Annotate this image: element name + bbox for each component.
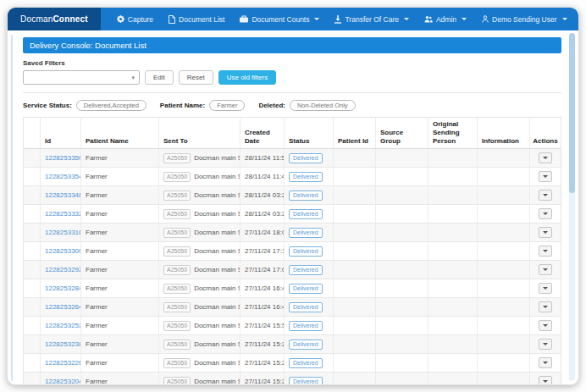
- edit-button[interactable]: Edit: [145, 70, 174, 85]
- patient-name-cell: Farmer: [81, 298, 159, 316]
- chevron-down-icon: [543, 362, 548, 364]
- header-expander: [24, 118, 41, 148]
- information-cell: [478, 261, 530, 279]
- nav-label: Transfer Of Care: [345, 15, 398, 24]
- patient-id-cell: [334, 205, 376, 223]
- practice-code-badge: A25050: [163, 358, 191, 368]
- nav-item-admin[interactable]: Admin: [417, 8, 474, 30]
- original-sending-person-cell: [428, 354, 478, 372]
- top-navbar: DocmanConnect Capture Document List Docu…: [8, 8, 578, 30]
- download-icon: [334, 15, 341, 24]
- document-id-link[interactable]: 1228253354: [45, 173, 81, 180]
- patient-name-cell: Farmer: [81, 224, 159, 241]
- row-expander-cell: [24, 335, 41, 353]
- document-id-link[interactable]: 1228253332: [45, 210, 81, 218]
- row-actions-dropdown-button[interactable]: [539, 301, 552, 312]
- nav-item-capture[interactable]: Capture: [109, 8, 161, 30]
- row-actions-dropdown-button[interactable]: [539, 190, 552, 201]
- saved-filters-select[interactable]: ▾: [23, 70, 140, 85]
- chevron-down-icon: [543, 306, 548, 308]
- original-sending-person-cell: [428, 335, 478, 353]
- row-actions-dropdown-button[interactable]: [539, 208, 552, 219]
- nav-item-user-menu[interactable]: Demo Sending User: [474, 8, 575, 30]
- patient-id-cell: [334, 317, 376, 334]
- nav-label: Document List: [179, 15, 224, 24]
- created-date-cell: 27/11/24 15:53: [240, 317, 285, 334]
- brand-bold: Connect: [53, 14, 87, 24]
- document-id-link[interactable]: 1228253204: [45, 378, 81, 385]
- sent-to-cell: A25050 Docman main Site: [159, 335, 240, 353]
- created-date-cell: 27/11/24 17:05: [240, 261, 285, 279]
- use-old-filters-button[interactable]: Use old filters: [218, 70, 276, 85]
- chevron-down-icon: [562, 18, 567, 20]
- nav-label: Capture: [128, 15, 153, 24]
- sent-to-site-label: Docman main Site: [194, 303, 240, 311]
- reset-button[interactable]: Reset: [179, 70, 213, 85]
- patient-id-cell: [334, 224, 376, 241]
- nav-item-document-list[interactable]: Document List: [161, 8, 232, 30]
- source-group-cell: [376, 224, 428, 241]
- sent-to-site-label: Docman main Site: [194, 359, 240, 367]
- status-cell: Delivered: [285, 261, 334, 279]
- patient-name-cell: Farmer: [81, 261, 159, 279]
- row-actions-dropdown-button[interactable]: [539, 357, 552, 368]
- created-date-cell: 27/11/24 18:02: [240, 224, 285, 241]
- table-row: 1228253350 Farmer A25050 Docman main Sit…: [24, 149, 561, 168]
- document-id-link[interactable]: 1228253292: [45, 266, 81, 273]
- original-sending-person-cell: [428, 186, 478, 204]
- row-actions-dropdown-button[interactable]: [539, 376, 552, 385]
- source-group-cell: [376, 279, 428, 297]
- created-date-cell: 27/11/24 15:23: [240, 373, 285, 385]
- information-cell: [478, 242, 530, 260]
- header-id: Id: [41, 118, 81, 148]
- row-actions-dropdown-button[interactable]: [539, 320, 552, 331]
- document-id-link[interactable]: 1228253264: [45, 303, 81, 311]
- sent-to-cell: A25050 Docman main Site: [159, 354, 240, 372]
- original-sending-person-cell: [428, 242, 478, 260]
- filter-label: Deleted:: [258, 102, 285, 109]
- status-badge: Delivered: [289, 190, 323, 201]
- brand-logo[interactable]: DocmanConnect: [8, 8, 101, 30]
- source-group-cell: [376, 149, 428, 167]
- chevron-down-icon: [404, 18, 409, 20]
- saved-filters-panel: Saved Filters ▾ Edit Reset Use old filte…: [23, 59, 561, 93]
- gear-icon: [117, 15, 124, 23]
- source-group-cell: [376, 261, 428, 279]
- nav-item-document-counts[interactable]: Document Counts: [232, 8, 327, 30]
- document-id-link[interactable]: 1228253348: [45, 191, 81, 199]
- filter-service-status: Service Status: Delivered,Accepted: [23, 100, 146, 111]
- information-cell: [478, 354, 530, 372]
- row-actions-dropdown-button[interactable]: [539, 339, 552, 350]
- practice-code-badge: A25050: [163, 172, 191, 182]
- document-id-link[interactable]: 1228253238: [45, 340, 81, 348]
- row-actions-dropdown-button[interactable]: [539, 246, 552, 257]
- status-cell: Delivered: [285, 149, 334, 167]
- sent-to-site-label: Docman main Site: [194, 266, 240, 273]
- user-icon: [482, 15, 489, 23]
- row-actions-dropdown-button[interactable]: [539, 283, 552, 294]
- document-id-link[interactable]: 1228253252: [45, 322, 81, 329]
- document-id-link[interactable]: 1228253284: [45, 284, 81, 292]
- row-actions-dropdown-button[interactable]: [539, 171, 552, 182]
- filter-label: Patient Name:: [160, 102, 205, 109]
- row-actions-dropdown-button[interactable]: [539, 227, 552, 238]
- document-id-link[interactable]: 1228253316: [45, 229, 81, 236]
- header-original-sending-person: Original Sending Person: [428, 118, 478, 148]
- document-id-link[interactable]: 1228253350: [45, 154, 81, 162]
- document-id-link[interactable]: 1228253226: [45, 359, 81, 367]
- select-caret-icon: ▾: [131, 75, 135, 81]
- status-badge: Delivered: [289, 153, 323, 163]
- sent-to-cell: A25050 Docman main Site: [159, 242, 240, 260]
- nav-item-transfer-of-care[interactable]: Transfer Of Care: [327, 8, 416, 30]
- created-date-cell: 27/11/24 15:25: [240, 354, 285, 372]
- information-cell: [478, 168, 530, 185]
- row-actions-dropdown-button[interactable]: [539, 152, 552, 163]
- table-row: 1228253348 Farmer A25050 Docman main Sit…: [24, 186, 561, 205]
- nav-item-resource-centre[interactable]: Resource Centre: [575, 8, 579, 30]
- document-id-link[interactable]: 1228253300: [45, 247, 81, 255]
- source-group-cell: [376, 205, 428, 223]
- row-expander-cell: [24, 205, 41, 223]
- status-cell: Delivered: [285, 168, 334, 185]
- row-actions-dropdown-button[interactable]: [539, 264, 552, 275]
- sent-to-site-label: Docman main Site: [194, 247, 240, 255]
